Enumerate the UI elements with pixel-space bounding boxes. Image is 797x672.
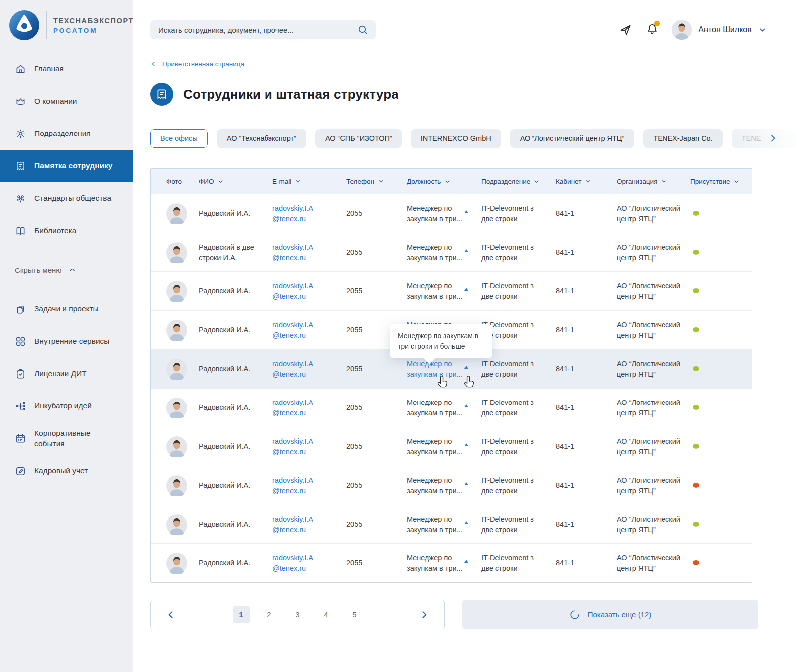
sidebar-item-departments[interactable]: Подразделения bbox=[0, 118, 133, 150]
page-button-4[interactable]: 4 bbox=[318, 606, 335, 623]
sidebar-item-internal-services[interactable]: Внутренние сервисы bbox=[0, 325, 133, 358]
employee-avatar bbox=[166, 203, 191, 224]
position-text[interactable]: Менеджер по закупкам в три... bbox=[407, 204, 463, 222]
page-button-1[interactable]: 1 bbox=[233, 606, 250, 623]
sidebar: ТЕХСНАБЭКСПОРТ РОСАТОМ Главная О компани… bbox=[0, 0, 133, 672]
documents-icon bbox=[15, 303, 26, 315]
column-header-department[interactable]: Подразделение bbox=[481, 178, 556, 185]
employee-email-link[interactable]: radovskiy.I.A @tenex.ru bbox=[272, 281, 346, 301]
employee-name: Радовский И.А. bbox=[199, 441, 272, 451]
sidebar-item-employee-memo[interactable]: Памятка сотруднику bbox=[0, 150, 133, 182]
sidebar-item-hr-records[interactable]: Кадровый учет bbox=[0, 455, 133, 487]
employee-email-link[interactable]: radovskiy.I.A @tenex.ru bbox=[272, 436, 346, 457]
table-row[interactable]: Радовский И.А. radovskiy.I.A @tenex.ru 2… bbox=[151, 466, 752, 505]
sidebar-item-about-company[interactable]: О компании bbox=[0, 85, 133, 118]
expand-triangle-icon[interactable] bbox=[464, 482, 468, 485]
filter-chip-logistics-center[interactable]: АО “Логистический центр ЯТЦ” bbox=[510, 129, 635, 148]
employee-email-link[interactable]: radovskiy.I.A @tenex.ru bbox=[272, 514, 346, 535]
sidebar-item-home[interactable]: Главная bbox=[0, 53, 133, 85]
expand-triangle-icon[interactable] bbox=[464, 521, 468, 524]
employee-room: 841-1 bbox=[556, 558, 617, 568]
employee-name: Радовский И.А. bbox=[199, 480, 272, 490]
column-header-room[interactable]: Кабинет bbox=[556, 178, 617, 185]
table-footer: 1 2 3 4 5 Показать еще (12) bbox=[150, 600, 797, 629]
expand-triangle-icon[interactable] bbox=[464, 404, 468, 407]
table-body: Радовский И.А. radovskiy.I.A @tenex.ru 2… bbox=[151, 194, 752, 582]
employee-email-link[interactable]: radovskiy.I.A @tenex.ru bbox=[272, 553, 346, 573]
expand-triangle-icon[interactable] bbox=[464, 288, 468, 291]
employee-position-cell: Менеджер по закупкам в три... bbox=[407, 281, 481, 301]
previous-page-button[interactable] bbox=[166, 610, 176, 620]
employee-department: IT-Delevoment в две строки bbox=[481, 281, 556, 301]
photo-cell bbox=[151, 359, 199, 380]
table-row[interactable]: Радовский в две строки И.А. radovskiy.I.… bbox=[151, 233, 752, 271]
chips-scroll-right-icon[interactable] bbox=[768, 134, 778, 143]
column-header-position[interactable]: Должность bbox=[407, 178, 481, 185]
employee-email-link[interactable]: radovskiy.I.A @tenex.ru bbox=[272, 203, 346, 224]
employee-email-link[interactable]: radovskiy.I.A @tenex.ru bbox=[272, 475, 346, 496]
page-button-2[interactable]: 2 bbox=[261, 606, 278, 623]
employee-organization: АО “Логистический центр ЯТЦ” bbox=[617, 514, 690, 535]
table-row[interactable]: Радовский И.А. radovskiy.I.A @tenex.ru 2… bbox=[151, 505, 752, 543]
column-header-name[interactable]: ФИО bbox=[199, 178, 272, 185]
spinner-icon bbox=[569, 609, 580, 620]
column-header-organization[interactable]: Организация bbox=[617, 178, 690, 185]
table-row[interactable]: Радовский И.А. radovskiy.I.A @tenex.ru 2… bbox=[151, 427, 752, 466]
position-text[interactable]: Менеджер по закупкам в три... bbox=[407, 515, 463, 533]
search-input[interactable] bbox=[157, 25, 357, 35]
filter-chip-clipped[interactable]: TENE bbox=[732, 129, 797, 148]
sidebar-item-library[interactable]: Библиотека bbox=[0, 215, 133, 247]
presence-cell bbox=[690, 480, 752, 490]
expand-triangle-icon[interactable] bbox=[464, 560, 468, 563]
page-button-5[interactable]: 5 bbox=[346, 606, 363, 623]
filter-chip-internexco[interactable]: INTERNEXCO GmbH bbox=[411, 129, 501, 148]
position-text[interactable]: Менеджер по закупкам в три... bbox=[407, 282, 463, 300]
employee-name: Радовский И.А. bbox=[199, 558, 272, 568]
collapse-menu-button[interactable]: Скрыть меню bbox=[0, 261, 133, 279]
expand-triangle-icon[interactable] bbox=[464, 249, 468, 252]
column-header-presence[interactable]: Присутствие bbox=[690, 178, 752, 185]
filter-chip-tekhsnabexport[interactable]: АО “Техснабэкспорт” bbox=[217, 129, 306, 148]
employee-email-link[interactable]: radovskiy.I.A @tenex.ru bbox=[272, 320, 346, 340]
sidebar-item-corporate-events[interactable]: Корпоративные события bbox=[0, 422, 133, 455]
employee-email-link[interactable]: radovskiy.I.A @tenex.ru bbox=[272, 242, 346, 263]
table-row[interactable]: Радовский И.А. radovskiy.I.A @tenex.ru 2… bbox=[151, 271, 752, 310]
expand-triangle-icon[interactable] bbox=[464, 210, 468, 213]
filter-chip-spb-izotop[interactable]: АО “СПБ “ИЗОТОП” bbox=[315, 129, 402, 148]
employee-room: 841-1 bbox=[556, 247, 617, 257]
employee-department: IT-Delevoment в две строки bbox=[481, 514, 556, 535]
show-more-button[interactable]: Показать еще (12) bbox=[462, 600, 758, 629]
position-text[interactable]: Менеджер по закупкам в три... bbox=[407, 476, 463, 494]
notifications-button[interactable] bbox=[646, 22, 659, 37]
filter-chip-tenex-japan[interactable]: TENEX-Japan Co. bbox=[643, 129, 722, 148]
page-button-3[interactable]: 3 bbox=[289, 606, 306, 623]
position-text[interactable]: Менеджер по закупкам в три... bbox=[407, 243, 463, 261]
position-text[interactable]: Менеджер по закупкам в три... bbox=[407, 360, 463, 378]
breadcrumb[interactable]: Приветственная страница bbox=[150, 60, 244, 68]
table-row[interactable]: Радовский И.А. radovskiy.I.A @tenex.ru 2… bbox=[151, 543, 752, 582]
position-text[interactable]: Менеджер по закупкам в три... bbox=[407, 399, 463, 416]
table-row[interactable]: Радовский И.А. radovskiy.I.A @tenex.ru 2… bbox=[151, 194, 752, 233]
column-header-email[interactable]: E-mail bbox=[272, 178, 346, 185]
column-header-phone[interactable]: Телефон bbox=[346, 178, 407, 185]
user-menu[interactable]: Антон Шилков bbox=[672, 20, 766, 40]
table-row[interactable]: Радовский И.А. radovskiy.I.A @tenex.ru 2… bbox=[151, 388, 752, 427]
sidebar-item-tasks-projects[interactable]: Задачи и проекты bbox=[0, 293, 133, 325]
send-icon[interactable] bbox=[619, 23, 632, 37]
chevron-up-icon bbox=[68, 266, 77, 274]
employee-email-link[interactable]: radovskiy.I.A @tenex.ru bbox=[272, 398, 346, 418]
sidebar-item-dit-licenses[interactable]: Лицензии ДИТ bbox=[0, 358, 133, 390]
sidebar-item-idea-incubator[interactable]: Инкубатор идей bbox=[0, 390, 133, 422]
position-text[interactable]: Менеджер по закупкам в три... bbox=[407, 554, 463, 572]
expand-triangle-icon[interactable] bbox=[464, 366, 468, 369]
table-header-row: Фото ФИО E-mail Телефон Должность Подраз… bbox=[151, 169, 752, 194]
photo-cell bbox=[151, 514, 199, 535]
filter-chip-all-offices[interactable]: Все офисы bbox=[150, 129, 208, 148]
search-icon[interactable] bbox=[357, 24, 369, 36]
employee-email-link[interactable]: radovskiy.I.A @tenex.ru bbox=[272, 359, 346, 379]
employee-room: 841-1 bbox=[556, 364, 617, 374]
position-text[interactable]: Менеджер по закупкам в три... bbox=[407, 437, 463, 455]
expand-triangle-icon[interactable] bbox=[464, 443, 468, 446]
sidebar-item-company-standards[interactable]: Стандарты общества bbox=[0, 182, 133, 215]
next-page-button[interactable] bbox=[419, 610, 429, 620]
